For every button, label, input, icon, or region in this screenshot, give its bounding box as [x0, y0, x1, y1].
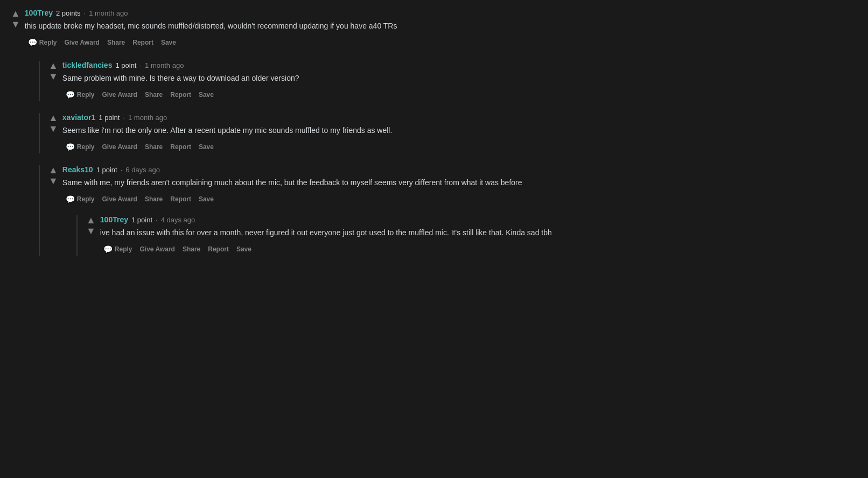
- downvote-button[interactable]: ▼: [48, 124, 58, 133]
- downvote-button[interactable]: ▼: [48, 72, 58, 81]
- comment-row: ▲ ▼ xaviator1 1 point · 1 month ago Seem…: [48, 113, 845, 153]
- meta-separator: ·: [84, 9, 86, 17]
- comment-text: ive had an issue with this for over a mo…: [100, 227, 845, 238]
- vote-controls: ▲ ▼: [48, 165, 58, 186]
- comment-thread: ▲ ▼ 100Trey 2 points · 1 month ago this …: [11, 9, 845, 256]
- comment-item: ▲ ▼ xaviator1 1 point · 1 month ago Seem…: [48, 113, 845, 153]
- author-name[interactable]: 100Trey: [25, 9, 53, 17]
- vote-controls: ▲ ▼: [48, 61, 58, 81]
- points-label: 1 point: [115, 61, 136, 69]
- post-time: 6 days ago: [125, 166, 160, 174]
- author-name[interactable]: Reaks10: [62, 165, 93, 174]
- downvote-button[interactable]: ▼: [11, 19, 20, 29]
- comment-item: ▲ ▼ tickledfancies 1 point · 1 month ago…: [48, 61, 845, 101]
- upvote-button[interactable]: ▲: [86, 215, 96, 225]
- report-button[interactable]: Report: [167, 193, 194, 205]
- reply-button[interactable]: 💬 Reply: [62, 193, 98, 206]
- comment-actions: 💬 Reply Give Award Share Report: [62, 193, 845, 206]
- vote-controls: ▲ ▼: [11, 9, 20, 29]
- comment-body: 100Trey 2 points · 1 month ago this upda…: [25, 9, 845, 49]
- comment-item: ▲ ▼ 100Trey 2 points · 1 month ago this …: [11, 9, 845, 49]
- comment-row: ▲ ▼ 100Trey 1 point · 4 days ago ive had…: [86, 215, 845, 256]
- comment-body: tickledfancies 1 point · 1 month ago Sam…: [62, 61, 845, 101]
- comment-text: Same problem with mine. Is there a way t…: [62, 73, 845, 84]
- comment-meta: 100Trey 2 points · 1 month ago: [25, 9, 845, 17]
- share-button[interactable]: Share: [104, 37, 128, 48]
- comment-actions: 💬 Reply Give Award Share Report: [62, 88, 845, 101]
- save-button[interactable]: Save: [158, 37, 179, 48]
- comment-indent-level2: ▲ ▼ 100Trey 1 point · 4 days ago ive had…: [76, 215, 845, 256]
- comment-actions: 💬 Reply Give Award Share Report Save: [25, 36, 845, 49]
- comment-meta: 100Trey 1 point · 4 days ago: [100, 215, 845, 224]
- post-time: 1 month ago: [89, 9, 128, 17]
- comment-item: ▲ ▼ Reaks10 1 point · 6 days ago Same wi…: [48, 165, 845, 206]
- comment-body: 100Trey 1 point · 4 days ago ive had an …: [100, 215, 845, 256]
- reply-icon: 💬: [66, 143, 75, 151]
- reply-icon: 💬: [28, 38, 37, 47]
- post-time: 4 days ago: [161, 216, 195, 224]
- comment-meta: xaviator1 1 point · 1 month ago: [62, 113, 845, 122]
- author-name[interactable]: 100Trey: [100, 215, 128, 224]
- comment-meta: Reaks10 1 point · 6 days ago: [62, 165, 845, 174]
- give-award-button[interactable]: Give Award: [137, 243, 178, 255]
- author-name[interactable]: xaviator1: [62, 113, 95, 122]
- points-label: 1 point: [131, 216, 152, 224]
- report-button[interactable]: Report: [167, 89, 194, 101]
- report-button[interactable]: Report: [167, 141, 194, 153]
- give-award-button[interactable]: Give Award: [61, 37, 103, 48]
- save-button[interactable]: Save: [195, 193, 217, 205]
- report-button[interactable]: Report: [205, 243, 232, 255]
- reply-button[interactable]: 💬 Reply: [25, 36, 60, 49]
- meta-separator: ·: [123, 114, 125, 122]
- comment-body: Reaks10 1 point · 6 days ago Same with m…: [62, 165, 845, 206]
- comment-text: Same with me, my friends aren't complain…: [62, 177, 845, 188]
- author-name[interactable]: tickledfancies: [62, 61, 113, 69]
- save-button[interactable]: Save: [195, 141, 217, 153]
- give-award-button[interactable]: Give Award: [99, 141, 141, 153]
- comment-meta: tickledfancies 1 point · 1 month ago: [62, 61, 845, 69]
- points-label: 2 points: [56, 9, 81, 17]
- upvote-button[interactable]: ▲: [11, 9, 20, 18]
- post-time: 1 month ago: [128, 114, 167, 122]
- give-award-button[interactable]: Give Award: [99, 89, 141, 101]
- meta-separator: ·: [139, 61, 142, 69]
- upvote-button[interactable]: ▲: [48, 113, 58, 123]
- reply-icon: 💬: [103, 245, 113, 254]
- comment-item: ▲ ▼ 100Trey 1 point · 4 days ago ive had…: [86, 215, 845, 256]
- downvote-button[interactable]: ▼: [48, 176, 58, 186]
- reply-icon: 💬: [66, 195, 75, 203]
- comment-actions: 💬 Reply Give Award Share Report: [62, 140, 845, 153]
- comment-indent-level1: ▲ ▼ Reaks10 1 point · 6 days ago Same wi…: [39, 165, 845, 256]
- share-button[interactable]: Share: [142, 193, 166, 205]
- comment-row: ▲ ▼ tickledfancies 1 point · 1 month ago…: [48, 61, 845, 101]
- share-button[interactable]: Share: [179, 243, 204, 255]
- meta-separator: ·: [156, 216, 158, 224]
- reply-button[interactable]: 💬 Reply: [62, 88, 98, 101]
- comment-actions: 💬 Reply Give Award Share Report: [100, 243, 845, 256]
- comment-row: ▲ ▼ 100Trey 2 points · 1 month ago this …: [11, 9, 845, 49]
- comment-body: xaviator1 1 point · 1 month ago Seems li…: [62, 113, 845, 153]
- comment-text: this update broke my headset, mic sounds…: [25, 20, 845, 32]
- vote-controls: ▲ ▼: [48, 113, 58, 133]
- comment-indent-level1: ▲ ▼ xaviator1 1 point · 1 month ago Seem…: [39, 113, 845, 153]
- reply-icon: 💬: [66, 90, 75, 99]
- reply-button[interactable]: 💬 Reply: [62, 140, 98, 153]
- vote-controls: ▲ ▼: [86, 215, 96, 236]
- downvote-button[interactable]: ▼: [86, 226, 96, 236]
- give-award-button[interactable]: Give Award: [99, 193, 141, 205]
- share-button[interactable]: Share: [142, 89, 166, 101]
- comment-text: Seems like i'm not the only one. After a…: [62, 125, 845, 136]
- save-button[interactable]: Save: [195, 89, 217, 101]
- points-label: 1 point: [96, 166, 117, 174]
- points-label: 1 point: [99, 114, 120, 122]
- post-time: 1 month ago: [145, 61, 184, 69]
- comment-indent-level1: ▲ ▼ tickledfancies 1 point · 1 month ago…: [39, 61, 845, 101]
- comment-row: ▲ ▼ Reaks10 1 point · 6 days ago Same wi…: [48, 165, 845, 206]
- report-button[interactable]: Report: [129, 37, 157, 48]
- save-button[interactable]: Save: [233, 243, 255, 255]
- reply-button[interactable]: 💬 Reply: [100, 243, 136, 256]
- meta-separator: ·: [121, 166, 123, 174]
- share-button[interactable]: Share: [142, 141, 166, 153]
- upvote-button[interactable]: ▲: [48, 165, 58, 175]
- upvote-button[interactable]: ▲: [48, 61, 58, 71]
